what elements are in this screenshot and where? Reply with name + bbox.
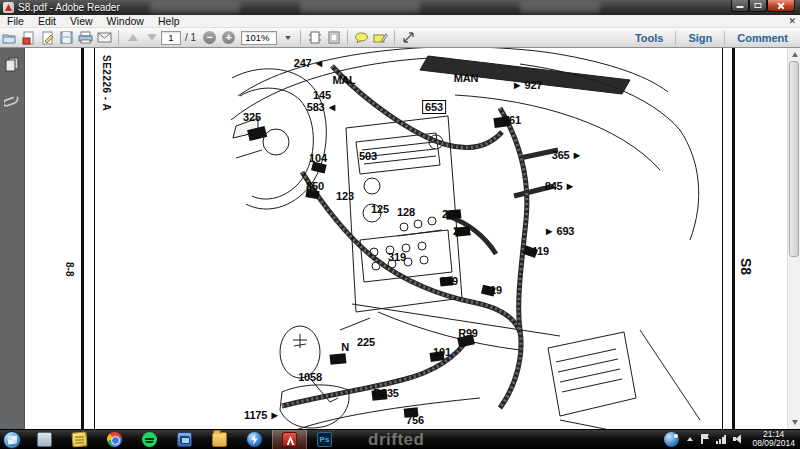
diagram-label-247: 247 ◄ bbox=[294, 57, 324, 69]
lightning-bolt-icon bbox=[247, 432, 262, 447]
taskbar-item-spotify[interactable] bbox=[132, 430, 167, 449]
taskbar-item-calculator[interactable] bbox=[27, 430, 62, 449]
diagram-label-325: 325 bbox=[243, 111, 261, 123]
sign-annotation-button[interactable] bbox=[372, 29, 389, 46]
toolbar-separator bbox=[394, 30, 395, 45]
clock[interactable]: 21:14 08/09/2014 bbox=[752, 430, 795, 448]
start-orb-button[interactable] bbox=[3, 431, 21, 449]
scroll-down-icon bbox=[792, 420, 798, 425]
aero-blur bbox=[520, 2, 600, 13]
print-button[interactable] bbox=[77, 29, 94, 46]
zoom-out-button[interactable]: − bbox=[201, 29, 218, 46]
diagram-label-261: 261 bbox=[453, 225, 471, 237]
open-button[interactable] bbox=[1, 29, 18, 46]
menu-file[interactable]: File bbox=[0, 15, 31, 27]
calculator-icon bbox=[37, 432, 52, 447]
diagram-label-r99: R99 bbox=[458, 327, 478, 339]
plus-icon: + bbox=[222, 31, 235, 44]
diagram-label-101: 101 bbox=[433, 346, 451, 358]
diagram-label-125: 125 bbox=[371, 203, 389, 215]
diagram-label-693: ► 693 bbox=[544, 225, 574, 237]
restore-button[interactable] bbox=[749, 0, 767, 12]
taskbar-item-explorer[interactable] bbox=[202, 430, 237, 449]
windows-flag-icon bbox=[8, 436, 17, 445]
scroll-down-button[interactable] bbox=[788, 416, 800, 429]
edit-page-icon bbox=[41, 31, 55, 45]
screen: S8.pdf - Adobe Reader FileEditViewWindow… bbox=[0, 0, 800, 449]
page-number-input[interactable]: 1 bbox=[161, 31, 181, 45]
taskbar-item-photoshop[interactable]: Ps bbox=[307, 430, 342, 449]
tray-date: 08/09/2014 bbox=[752, 438, 795, 448]
up-arrow-icon bbox=[128, 34, 138, 41]
menu-edit[interactable]: Edit bbox=[31, 15, 63, 27]
show-hidden-icons-icon[interactable] bbox=[687, 437, 693, 441]
action-center-flag-icon[interactable] bbox=[701, 434, 709, 444]
save-disk-icon bbox=[60, 31, 73, 44]
diagram-label-123: 123 bbox=[336, 190, 354, 202]
sign-button[interactable]: Sign bbox=[676, 32, 724, 44]
email-button[interactable] bbox=[96, 29, 113, 46]
scrollbar-thumb[interactable] bbox=[789, 61, 799, 257]
save-button[interactable] bbox=[58, 29, 75, 46]
zoom-dropdown-button[interactable] bbox=[278, 29, 295, 46]
diagram-label-503: 503 bbox=[359, 150, 377, 162]
diagram-label-653: 653 bbox=[422, 100, 446, 114]
volume-speaker-icon[interactable] bbox=[733, 434, 744, 444]
resize-view-button[interactable] bbox=[400, 29, 417, 46]
aero-blur bbox=[300, 2, 420, 13]
toolbar-separator bbox=[118, 30, 119, 45]
add-comment-button[interactable] bbox=[353, 29, 370, 46]
fit-page-button[interactable] bbox=[325, 29, 342, 46]
taskbar-item-download-manager[interactable] bbox=[237, 430, 272, 449]
network-signal-icon[interactable] bbox=[716, 434, 726, 444]
diagram-label-850: 850 bbox=[306, 180, 324, 192]
title-bar: S8.pdf - Adobe Reader bbox=[0, 0, 800, 15]
scrolling-mode-button[interactable] bbox=[306, 29, 323, 46]
printer-icon bbox=[78, 31, 93, 44]
fill-sign-button[interactable] bbox=[39, 29, 56, 46]
page-count-label: / 1 bbox=[185, 32, 196, 43]
diagram-label-225: 225 bbox=[357, 336, 375, 348]
diagram-label-419: 419 bbox=[484, 284, 502, 296]
menu-view[interactable]: View bbox=[63, 15, 100, 27]
diagram-label-419: 419 bbox=[531, 245, 549, 257]
taskbar-item-displays[interactable] bbox=[167, 430, 202, 449]
photoshop-icon: Ps bbox=[317, 432, 332, 447]
menu-help[interactable]: Help bbox=[151, 15, 187, 27]
zoom-in-button[interactable]: + bbox=[220, 29, 237, 46]
minimize-button[interactable] bbox=[731, 0, 749, 12]
comment-bubble-icon bbox=[354, 32, 369, 44]
menu-window[interactable]: Window bbox=[100, 15, 151, 27]
document-close-icon[interactable]: ✕ bbox=[788, 16, 796, 26]
forum-watermark: drifted bbox=[368, 430, 424, 449]
fit-page-icon bbox=[327, 31, 341, 44]
diagram-label-1175: 1175 ► bbox=[244, 409, 280, 421]
envelope-icon bbox=[97, 32, 112, 43]
vertical-scrollbar[interactable] bbox=[787, 48, 800, 429]
dual-displays-icon bbox=[177, 432, 192, 447]
close-button[interactable] bbox=[767, 0, 795, 12]
next-page-button[interactable] bbox=[143, 29, 160, 46]
scroll-up-button[interactable] bbox=[788, 48, 800, 61]
aero-blur bbox=[150, 2, 240, 13]
diagram-label-319: 319 bbox=[388, 251, 406, 263]
system-tray: 21:14 08/09/2014 bbox=[664, 429, 798, 449]
folder-icon bbox=[212, 432, 227, 447]
document-area: SE2226 - A 8-8 S8 bbox=[0, 48, 800, 429]
create-pdf-button[interactable] bbox=[20, 29, 37, 46]
diagram-label-104: 104 bbox=[309, 152, 327, 164]
diagram-label-n: N bbox=[341, 341, 349, 353]
tools-button[interactable]: Tools bbox=[623, 32, 676, 44]
zoom-level-select[interactable]: 101% bbox=[241, 31, 277, 45]
toolbar-separator bbox=[347, 30, 348, 45]
diagram-label-365: 365 ► bbox=[552, 149, 582, 161]
taskbar-item-adobe-reader-active[interactable] bbox=[272, 430, 307, 449]
menu-bar: FileEditViewWindowHelp ✕ bbox=[0, 15, 800, 28]
sign-pen-icon bbox=[373, 32, 388, 44]
taskbar-item-sticky-notes[interactable] bbox=[62, 430, 97, 449]
tray-app-icon[interactable] bbox=[664, 432, 679, 447]
taskbar-item-chrome[interactable] bbox=[97, 430, 132, 449]
sticky-notes-icon bbox=[71, 431, 87, 447]
comment-button[interactable]: Comment bbox=[725, 32, 800, 44]
previous-page-button[interactable] bbox=[124, 29, 141, 46]
